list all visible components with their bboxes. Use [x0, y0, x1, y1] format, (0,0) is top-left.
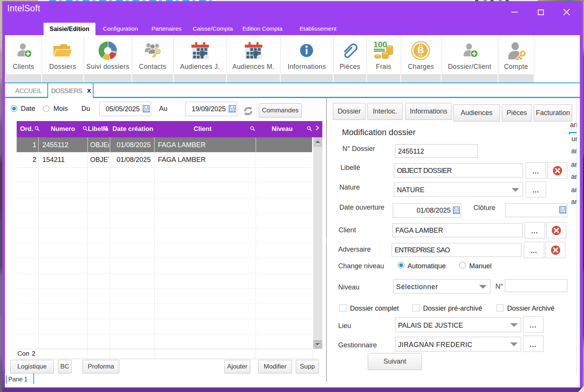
svg-text:100: 100: [374, 41, 387, 49]
svg-text:B: B: [418, 45, 424, 55]
